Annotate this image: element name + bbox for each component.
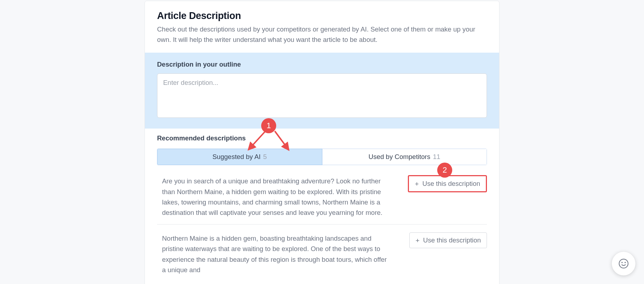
use-btn-label: Use this description — [423, 180, 480, 188]
use-this-description-button[interactable]: + Use this description — [409, 232, 487, 248]
plus-icon: + — [415, 180, 419, 187]
page-title: Article Description — [157, 10, 487, 21]
outline-section: Description in your outline — [145, 53, 499, 129]
feedback-button[interactable] — [612, 252, 635, 275]
description-text: Are you in search of a unique and breath… — [157, 176, 388, 218]
smiley-icon — [618, 258, 629, 269]
tab-ai-label: Suggested by AI — [213, 153, 261, 160]
description-list: Are you in search of a unique and breath… — [157, 176, 487, 281]
description-item: Northern Maine is a hidden gem, boasting… — [157, 233, 487, 281]
annotation-badge-2: 2 — [437, 163, 452, 178]
tab-suggested-by-ai[interactable]: Suggested by AI 5 — [157, 149, 322, 165]
recommended-label: Recommended descriptions — [157, 134, 487, 142]
use-btn-label: Use this description — [423, 236, 481, 244]
svg-point-4 — [619, 259, 628, 268]
recommended-section: Recommended descriptions Suggested by AI… — [145, 129, 499, 281]
outline-label: Description in your outline — [157, 61, 487, 68]
description-text: Northern Maine is a hidden gem, boasting… — [157, 233, 389, 275]
svg-point-5 — [622, 262, 623, 263]
article-description-card: Article Description Check out the descri… — [145, 1, 499, 284]
svg-point-6 — [625, 262, 626, 263]
tab-ai-count: 5 — [263, 153, 267, 160]
tab-competitors-count: 11 — [433, 153, 440, 160]
description-item: Are you in search of a unique and breath… — [157, 176, 487, 225]
tabs: Suggested by AI 5 Used by Competitors 11 — [157, 149, 487, 165]
tab-competitors-label: Used by Competitors — [369, 153, 430, 160]
description-input[interactable] — [157, 73, 487, 118]
plus-icon: + — [415, 237, 419, 244]
annotation-badge-1: 1 — [261, 118, 276, 133]
use-this-description-button[interactable]: + Use this description — [408, 175, 487, 192]
page-subtitle: Check out the descriptions used by your … — [157, 24, 487, 45]
tab-used-by-competitors[interactable]: Used by Competitors 11 — [322, 149, 487, 165]
card-header: Article Description Check out the descri… — [145, 1, 499, 53]
